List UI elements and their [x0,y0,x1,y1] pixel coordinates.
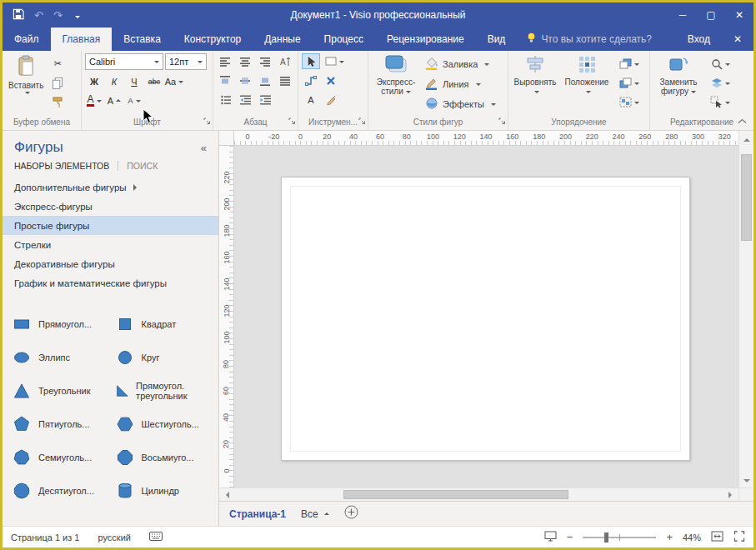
shape-right-triangle[interactable]: Прямоугол. треугольник [111,374,214,408]
align-middle-icon[interactable] [237,72,255,88]
tab-stencils[interactable]: НАБОРЫ ЭЛЕМЕНТОВ [14,161,109,171]
page-tab-1[interactable]: Страница-1 [229,508,286,520]
find-icon[interactable] [706,56,734,72]
tab-file[interactable]: Файл [3,28,51,51]
cut-icon[interactable]: ✂ [48,56,67,72]
horizontal-scrollbar[interactable] [219,488,753,501]
shape-square[interactable]: Квадрат [111,308,214,341]
shrink-font-button[interactable]: А [125,92,143,108]
font-size-select[interactable]: 12пт [165,53,207,70]
page-indicator[interactable]: Страница 1 из 1 [11,532,79,542]
connection-point-tool-button[interactable] [322,72,340,88]
drawing-page[interactable] [281,177,690,461]
tab-view[interactable]: Вид [476,28,518,51]
customize-qat-icon[interactable] [73,10,80,21]
grow-font-button[interactable]: А [105,92,123,108]
undo-icon[interactable]: ↶ [34,10,43,21]
pointer-tool-button[interactable] [302,53,320,69]
send-backward-icon[interactable] [615,75,643,91]
stencil-quick-shapes[interactable]: Экспресс-фигуры [3,197,218,216]
align-center-icon[interactable] [237,53,255,69]
minimize-icon[interactable]: ─ [668,2,697,28]
shape-triangle[interactable]: Треугольник [8,374,111,408]
align-right-icon[interactable] [257,53,275,69]
bring-forward-icon[interactable] [615,56,643,72]
shape-ellipse[interactable]: Эллипс [8,341,111,374]
maximize-icon[interactable]: ▢ [697,2,725,28]
tab-design[interactable]: Конструктор [173,28,253,51]
decrease-indent-icon[interactable] [237,92,255,108]
tab-process[interactable]: Процесс [313,28,375,51]
zoom-out-button[interactable]: − [567,531,573,543]
sign-in-button[interactable]: Вход [676,28,722,51]
fill-button[interactable]: Заливка [423,55,498,72]
all-pages-button[interactable]: Все [301,508,329,520]
zoom-slider[interactable] [583,537,656,538]
zoom-level[interactable]: 44% [683,532,701,542]
quick-styles-button[interactable]: Экспресс- стили [372,53,420,116]
select-icon[interactable] [706,94,734,110]
save-icon[interactable] [13,8,24,22]
shape-styles-dialog-launcher-icon[interactable] [498,113,506,128]
scroll-right-icon[interactable] [725,488,738,501]
line-button[interactable]: Линия [423,75,498,92]
change-shape-button[interactable]: Заменить фигуру [653,53,703,116]
paste-button[interactable]: Вставить [6,53,46,116]
tab-review[interactable]: Рецензирование [375,28,476,51]
tab-insert[interactable]: Вставка [112,28,173,51]
stencil-decorative[interactable]: Декоративные фигуры [3,254,218,273]
shape-hexagon[interactable]: Шестиуголь... [111,408,214,441]
change-case-button[interactable]: Aa [165,73,183,89]
presentation-mode-icon[interactable] [544,531,557,543]
close-document-icon[interactable]: ✕ [722,28,753,51]
bullets-icon[interactable] [217,92,235,108]
stencil-arrows[interactable]: Стрелки [3,235,218,254]
zoom-slider-thumb[interactable] [604,532,608,542]
tools-dialog-launcher-icon[interactable] [358,113,366,128]
rectangle-tool-button[interactable] [322,53,347,69]
language-indicator[interactable]: русский [98,532,130,542]
increase-indent-icon[interactable] [257,92,275,108]
shape-cylinder[interactable]: Цилиндр [111,474,214,508]
collapse-ribbon-icon[interactable] [738,112,747,128]
position-button[interactable]: Положение [561,53,613,116]
effects-button[interactable]: Эффекты [423,95,498,112]
font-name-select[interactable]: Calibri [85,53,163,70]
italic-button[interactable]: К [105,73,123,89]
tab-home[interactable]: Главная [51,28,113,51]
layers-icon[interactable] [706,75,734,91]
format-painter-icon[interactable] [48,94,67,110]
tab-data[interactable]: Данные [253,28,312,51]
redo-icon[interactable]: ↷ [53,10,63,21]
align-left-icon[interactable] [217,53,235,69]
shape-pentagon[interactable]: Пятиуголь... [8,408,111,441]
zoom-in-button[interactable]: + [666,531,673,543]
drawing-viewport[interactable] [234,146,738,488]
shape-octagon[interactable]: Восьмиуго... [111,441,214,474]
scroll-left-icon[interactable] [219,488,233,501]
text-tool-button[interactable]: А [302,92,320,108]
copy-icon[interactable] [48,75,67,91]
insert-page-icon[interactable] [344,505,358,522]
align-bottom-icon[interactable] [257,72,275,88]
group-shapes-icon[interactable] [615,94,643,110]
tab-search-shapes[interactable]: ПОИСК [127,161,158,171]
stencil-basic-shapes[interactable]: Простые фигуры [3,216,218,235]
strikethrough-button[interactable]: abc [145,73,163,89]
stencil-charting-math[interactable]: График и математические фигуры [3,273,218,292]
tell-me-box[interactable]: Что вы хотите сделать? [517,28,662,51]
freeform-tool-button[interactable] [322,92,340,108]
scroll-up-icon[interactable] [738,131,753,146]
shape-rectangle[interactable]: Прямоугол... [8,308,111,341]
shape-decagon[interactable]: Десятиугол... [8,474,111,508]
bold-button[interactable]: Ж [85,73,103,89]
vertical-scroll-thumb[interactable] [741,154,752,241]
paragraph-dialog-launcher-icon[interactable] [288,113,296,128]
stencil-more-shapes[interactable]: Дополнительные фигуры [3,178,218,197]
horizontal-scroll-thumb[interactable] [343,490,568,499]
close-icon[interactable]: ✕ [725,2,753,28]
collapse-panel-icon[interactable]: « [201,142,207,154]
connector-tool-button[interactable] [302,72,320,88]
fullscreen-icon[interactable] [733,531,745,543]
scroll-down-icon[interactable] [739,479,754,486]
